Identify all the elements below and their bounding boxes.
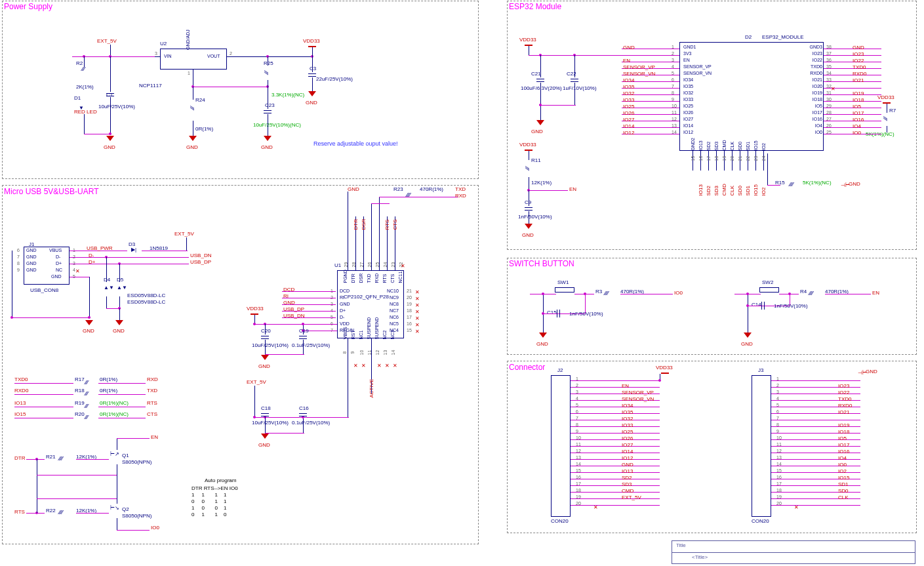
power-title: Power Supply (4, 2, 52, 11)
r24: R24 (195, 97, 205, 103)
c1v: 10uF/25V(10%) (98, 104, 135, 110)
gnd-ps3: GND (261, 144, 273, 150)
vout: VOUT (207, 54, 220, 58)
j3-IO5: IO5 (838, 435, 847, 441)
p1: 1 (188, 71, 190, 75)
led-sym: ▼ (79, 105, 84, 111)
esp-net-IO35: IO35 (623, 84, 634, 90)
j2-SD2: SD2 (622, 475, 632, 481)
gnd-sym (106, 136, 114, 141)
c18: C18 (261, 405, 271, 411)
esp-net-EN: EN (623, 58, 630, 64)
j3-IO0: IO0 (838, 462, 847, 468)
usb-dn: USB_DN (190, 253, 211, 258)
j2-IO26: IO26 (622, 435, 633, 441)
ext5v-usb: EXT_5V (174, 231, 194, 237)
vdd33-ps: VDD33 (303, 38, 320, 44)
titleblock-val: <Title> (692, 554, 708, 560)
vdd33-en: VDD33 (519, 142, 536, 148)
r18: R18 (75, 388, 85, 394)
j3-IO2: IO2 (838, 468, 847, 474)
esp-net-RXD0: RXD0 (853, 71, 866, 77)
w (193, 70, 193, 87)
j2-IO12: IO12 (622, 455, 633, 461)
usb-sheet (2, 185, 479, 544)
cross (37, 475, 117, 475)
d5: D5 (117, 277, 123, 283)
switch-sheet (507, 258, 917, 355)
esp-net-IO14: IO14 (623, 123, 634, 129)
r2v: 2K(1%) (76, 84, 94, 90)
j2: J2 (557, 367, 563, 373)
esd2: ESD05V88D-LC (127, 299, 165, 305)
r20: R20 (75, 411, 85, 417)
vdd33-esp: VDD33 (519, 37, 536, 43)
u2v: NCP1117 (139, 83, 162, 89)
d4: D4 (104, 277, 110, 283)
connector-title: Connector (509, 363, 545, 372)
sw1: SW1 (557, 279, 569, 285)
sw1-sym (555, 287, 574, 293)
j2-IO27: IO27 (622, 442, 633, 448)
usb-title: Micro USB 5V&USB-UART (4, 187, 98, 196)
esp-net-IO25: IO25 (623, 104, 634, 110)
j2-IO13: IO13 (622, 468, 633, 474)
esp-net-SENSOR_VN: SENSOR_VN (623, 71, 655, 77)
ncp1117-box (160, 49, 227, 70)
vdd33-j2: VDD33 (656, 365, 673, 371)
usb-dp: USB_DP (190, 259, 211, 265)
c21: C21 (531, 71, 541, 77)
r17: R17 (75, 376, 85, 382)
u1v: CP2102_QFN_P28 (344, 294, 389, 300)
esp-net-IO33: IO33 (623, 97, 634, 103)
j3-IO4: IO4 (838, 455, 847, 461)
esp-net-TXD0: TXD0 (853, 64, 866, 70)
esp-net-IO12: IO12 (623, 130, 634, 136)
gnd-ps2: GND (186, 144, 198, 150)
autoprog: Auto program (205, 477, 236, 483)
j2-IO32: IO32 (622, 416, 633, 422)
rxd-extra (420, 197, 455, 197)
esp-net-IO17: IO17 (853, 110, 864, 116)
j2-IO25: IO25 (622, 429, 633, 435)
j2-IO34: IO34 (622, 403, 633, 409)
r11: R11 (531, 157, 541, 163)
dp-wire (87, 264, 189, 264)
r22: R22 (46, 508, 56, 514)
active: ACTIVE (369, 379, 374, 398)
j2-EN: EN (622, 383, 629, 389)
c20: C20 (261, 328, 271, 334)
usbpwr: USB_PWR (87, 245, 113, 251)
c14: C14 (752, 302, 761, 308)
esp-net-IO22: IO22 (853, 58, 864, 64)
esp32-box (679, 42, 824, 151)
titleblock-title: Title (676, 542, 686, 548)
r7: R7 (889, 108, 896, 113)
j3-IO15: IO15 (838, 475, 849, 481)
c15: C15 (547, 310, 557, 315)
gndadj: GND/ADJ (186, 30, 190, 50)
esp-net-GND1: GND (623, 45, 635, 51)
j2-GND: GND (622, 462, 633, 468)
d2v: ESP32_MODULE (762, 34, 804, 40)
j3-IO18: IO18 (838, 429, 849, 435)
j2-IO33: IO33 (622, 422, 633, 428)
dn-wire (87, 257, 189, 258)
j3-IO23: IO23 (838, 383, 849, 389)
d1v: RED LED (74, 109, 97, 115)
vdd33-u1: VDD33 (247, 306, 264, 312)
r24v: 0R(1%) (195, 126, 213, 132)
u1: U1 (334, 262, 341, 268)
j2-SD3: SD3 (622, 481, 632, 487)
c16: C16 (299, 405, 309, 411)
power-supply-sheet (2, 1, 479, 179)
gnd-ps4: GND (306, 100, 317, 106)
j3-IO21: IO21 (838, 409, 849, 415)
j3-IO16: IO16 (838, 449, 849, 455)
r3: R3 (595, 289, 602, 294)
esp-net-IO19: IO19 (853, 91, 864, 96)
con20-j3: CON20 (752, 518, 769, 524)
esp-net-IO23: IO23 (853, 51, 864, 57)
q1: Q1 (122, 453, 129, 458)
j3-SD0: SD0 (838, 488, 849, 494)
